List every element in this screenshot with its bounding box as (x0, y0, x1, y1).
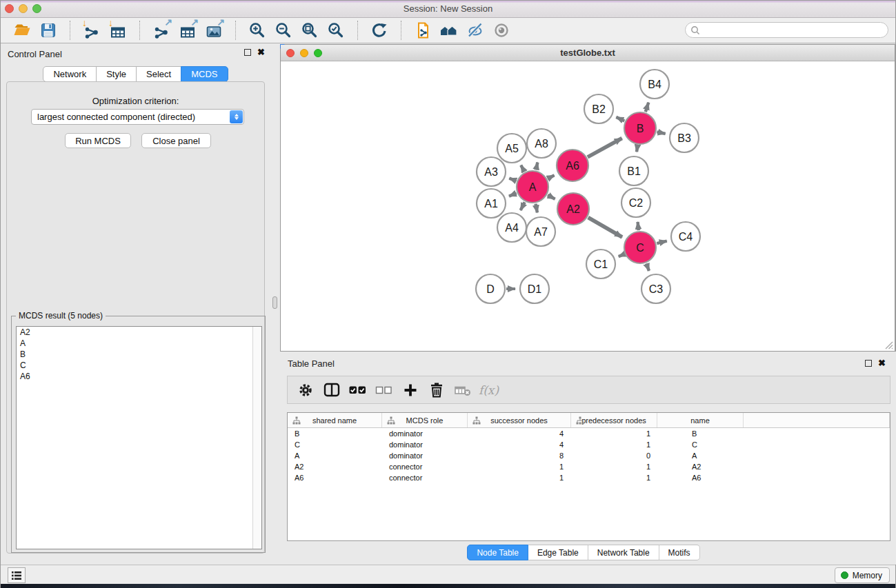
network-window-titlebar[interactable]: testGlobe.txt (281, 45, 895, 61)
table-cell[interactable]: 8 (468, 452, 571, 460)
new-network-document-button[interactable] (412, 20, 433, 41)
optimization-criterion-dropdown[interactable]: largest connected component (directed) (31, 109, 244, 125)
table-cell[interactable]: 1 (571, 463, 657, 471)
mcds-result-item[interactable]: C (17, 360, 261, 371)
table-row[interactable]: Adominator80A (288, 450, 890, 461)
zoom-fit-button[interactable] (299, 20, 320, 41)
column-header-name[interactable]: name (657, 413, 744, 427)
table-cell[interactable]: 1 (468, 463, 571, 471)
resize-grip[interactable] (884, 340, 893, 349)
column-header-successor-nodes[interactable]: successor nodes (468, 413, 571, 427)
tab-style[interactable]: Style (96, 66, 137, 82)
graph-edge-A-A5[interactable] (521, 165, 524, 172)
graph-edge-B-B2[interactable] (616, 117, 624, 121)
table-cell[interactable]: C (288, 440, 382, 449)
table-row[interactable]: Cdominator41C (288, 439, 890, 450)
table-cell[interactable]: 1 (571, 440, 657, 449)
table-cell[interactable]: A2 (657, 463, 744, 471)
table-cell[interactable]: 4 (468, 429, 571, 438)
zoom-out-button[interactable] (273, 20, 294, 41)
column-header-shared-name[interactable]: shared name (288, 413, 382, 427)
search-input[interactable] (700, 24, 888, 37)
vertical-split-handle[interactable] (272, 296, 277, 309)
column-header-predecessor-nodes[interactable]: predecessor nodes (571, 413, 657, 427)
graph-edge-C-C4[interactable] (657, 241, 666, 244)
table-cell[interactable]: B (288, 429, 382, 438)
list-scrollbar[interactable] (252, 327, 261, 549)
table-cell[interactable]: connector (382, 474, 468, 482)
delete-table-button[interactable] (453, 381, 472, 399)
search-field[interactable] (685, 22, 888, 38)
table-cell[interactable]: A6 (288, 474, 382, 482)
close-panel-button[interactable]: Close panel (141, 133, 211, 148)
mcds-result-item[interactable]: A6 (17, 371, 261, 382)
function-builder-button[interactable]: f(x) (479, 381, 498, 399)
table-cell[interactable]: C (657, 440, 744, 449)
select-all-button[interactable] (348, 381, 367, 399)
close-panel-icon[interactable]: ✖ (878, 360, 886, 367)
import-table-button[interactable]: ↓ (108, 20, 128, 41)
graph-edge-B-B3[interactable] (657, 132, 665, 134)
table-cell[interactable]: 4 (468, 440, 571, 449)
hide-graphics-details-button[interactable] (465, 20, 486, 41)
mcds-result-item[interactable]: B (17, 349, 261, 360)
table-cell[interactable]: B (657, 429, 744, 438)
table-row[interactable]: Bdominator41B (288, 428, 890, 439)
import-network-button[interactable]: ↓ (81, 20, 102, 41)
tab-select[interactable]: Select (136, 66, 181, 82)
table-cell[interactable]: 0 (571, 452, 657, 460)
column-header-mcds-role[interactable]: MCDS role (382, 413, 468, 427)
run-mcds-button[interactable]: Run MCDS (65, 133, 131, 148)
zoom-selected-button[interactable] (326, 20, 346, 41)
mcds-result-item[interactable]: A2 (17, 327, 261, 338)
save-session-button[interactable] (38, 20, 59, 41)
export-table-button[interactable]: ↗ (177, 20, 198, 41)
tab-node-table[interactable]: Node Table (467, 545, 528, 560)
graph-edge-C-C2[interactable] (638, 222, 639, 230)
tab-motifs[interactable]: Motifs (659, 545, 700, 560)
export-network-button[interactable]: ↗ (151, 20, 172, 41)
graph-edge-A-A8[interactable] (536, 162, 537, 170)
graph-edge-C-C1[interactable] (619, 254, 624, 256)
mcds-result-item[interactable]: A (17, 338, 261, 349)
export-image-button[interactable]: ↗ (203, 20, 224, 41)
graph-edge-A-A1[interactable] (509, 193, 517, 196)
task-history-button[interactable] (8, 567, 26, 583)
table-cell[interactable]: 1 (468, 474, 571, 482)
graph-edge-A2-C[interactable] (588, 217, 622, 237)
apply-layout-button[interactable] (369, 20, 390, 41)
graph-edge-A6-B[interactable] (588, 138, 622, 156)
close-panel-icon[interactable]: ✖ (257, 49, 265, 56)
delete-column-button[interactable] (427, 381, 446, 399)
graph-edge-B-B1[interactable] (637, 145, 637, 152)
graph-edge-C-C3[interactable] (646, 263, 649, 271)
tab-network[interactable]: Network (43, 66, 97, 82)
table-cell[interactable]: 1 (571, 429, 657, 438)
table-cell[interactable]: A (288, 452, 382, 460)
graph-edge-A-A6[interactable] (548, 175, 554, 179)
table-cell[interactable]: A (657, 452, 744, 460)
add-column-button[interactable] (401, 381, 419, 399)
float-panel-icon[interactable] (865, 360, 872, 367)
tab-network-table[interactable]: Network Table (588, 545, 659, 560)
table-row[interactable]: A6connector11A6 (288, 472, 890, 483)
home-button[interactable] (439, 20, 459, 41)
table-cell[interactable]: connector (382, 463, 468, 471)
memory-button[interactable]: Memory (835, 567, 890, 583)
zoom-in-button[interactable] (247, 20, 268, 41)
open-session-button[interactable] (12, 20, 32, 41)
table-cell[interactable]: dominator (382, 429, 468, 438)
table-row[interactable]: A2connector11A2 (288, 461, 890, 472)
graph-edge-A-A2[interactable] (548, 195, 555, 199)
graph-edge-A-A7[interactable] (536, 204, 537, 213)
graph-edge-A-A4[interactable] (521, 202, 525, 210)
float-panel-icon[interactable] (244, 49, 251, 56)
graph-edge-B-B4[interactable] (646, 103, 648, 112)
deselect-all-button[interactable] (375, 381, 393, 399)
table-cell[interactable]: dominator (382, 452, 468, 460)
table-cell[interactable]: dominator (382, 440, 468, 449)
tab-edge-table[interactable]: Edge Table (528, 545, 588, 560)
graph-edge-A-A3[interactable] (509, 179, 516, 181)
column-view-button[interactable] (322, 381, 341, 399)
table-cell[interactable]: 1 (571, 474, 657, 482)
